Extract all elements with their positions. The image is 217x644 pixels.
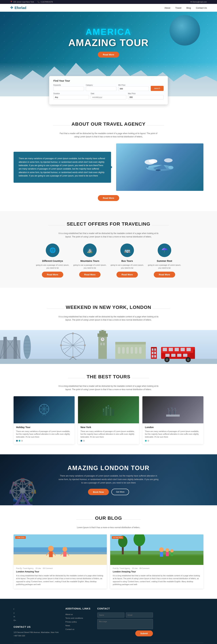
date-input[interactable] xyxy=(91,95,126,100)
book-now-button[interactable]: Book Now xyxy=(88,489,109,495)
footer-link-contact[interactable]: Contact us xyxy=(65,628,91,631)
svg-rect-67 xyxy=(175,348,179,351)
contact-message-input[interactable] xyxy=(97,619,153,629)
hero-planet xyxy=(169,15,200,46)
blog-post-title-1: London Amazing Tour xyxy=(113,570,201,573)
svg-point-43 xyxy=(60,344,62,346)
svg-rect-62 xyxy=(154,355,156,358)
get-more-button[interactable]: Get More xyxy=(111,489,129,495)
footer-social: f y in G+ xyxy=(14,607,59,622)
social-linkedin[interactable]: in xyxy=(14,615,57,618)
svg-point-119 xyxy=(63,547,67,552)
offer-desc-2: going to use a passage of Lorem ipsum, y… xyxy=(110,264,144,270)
footer-link-news[interactable]: News xyxy=(65,624,91,628)
tour-london-svg xyxy=(166,403,180,416)
nav-contact[interactable]: Contact Us xyxy=(196,6,207,9)
tour-dots-2 xyxy=(145,440,201,442)
svg-point-132 xyxy=(165,548,169,552)
offer-title-0: Different Countrys xyxy=(36,260,70,262)
offer-btn-1[interactable]: Read More xyxy=(79,272,101,278)
min-price-field: Min Price xyxy=(118,84,149,91)
footer-link-terms[interactable]: Terms and conditions xyxy=(65,616,91,620)
blog-beach-svg xyxy=(14,534,107,565)
search-box: Find Your Tour Keywords Category Min Pri… xyxy=(49,76,168,104)
weekend-title-line: WEEKEND IN NEW YORK, LONDON xyxy=(14,305,203,312)
offer-btn-2[interactable]: Read More xyxy=(116,272,138,278)
london-banner: AMAZING LONDON TOUR There are many varia… xyxy=(0,454,217,505)
min-price-input[interactable] xyxy=(118,86,149,91)
social-facebook[interactable]: f xyxy=(14,607,57,611)
blog-post-desc-1: It is a long established fact that a rea… xyxy=(113,574,201,586)
offer-btn-0[interactable]: Read More xyxy=(42,272,63,278)
footer-form-title: CONTACT xyxy=(97,607,153,610)
top-bar-left: 📍 185 street road New York 📞 +1167895437… xyxy=(10,1,53,3)
skyline-svg xyxy=(0,330,217,364)
svg-line-105 xyxy=(174,408,175,410)
offer-desc-3: going to use a passage of Lorem ipsum, y… xyxy=(147,264,181,270)
offer-btn-3[interactable]: Read More xyxy=(154,272,175,278)
offer-card-1: ⛰️ Mountains Tours going to use a passag… xyxy=(73,244,107,278)
offers-section: SELECT OFFERS FOR TRAVELING It is a long… xyxy=(0,211,217,288)
max-price-input[interactable] xyxy=(128,95,164,100)
nav-blog[interactable]: Blog xyxy=(186,6,191,9)
blog-image-1: 10 Feb 2019 xyxy=(110,534,203,565)
social-twitter[interactable]: y xyxy=(14,611,57,615)
blog-field-svg xyxy=(110,534,203,565)
footer-col-form: CONTACT Submit xyxy=(97,607,153,638)
keywords-input[interactable] xyxy=(53,86,84,91)
svg-rect-133 xyxy=(166,552,169,556)
max-price-field: Max Price xyxy=(128,93,164,100)
search-row-1: Keywords Category Min Price search xyxy=(53,84,164,91)
blog-info-1: Post By: Travel Agency 20 Like 0B Commen… xyxy=(110,565,203,589)
nav-travel[interactable]: Travel xyxy=(175,6,181,9)
offer-title-2: Bus Tours xyxy=(110,260,144,262)
london-banner-desc: There are many variations of passages of… xyxy=(58,474,159,484)
social-google[interactable]: G+ xyxy=(14,618,57,622)
nav-about[interactable]: About xyxy=(164,6,170,9)
about-title: ABOUT OUR TRAVEL AGENCY xyxy=(72,122,145,127)
svg-rect-57 xyxy=(152,348,153,351)
tours-title-line: THE BEST TOURS xyxy=(14,374,203,382)
tour-desc-2: There are many variations of passages of… xyxy=(145,430,201,438)
svg-rect-12 xyxy=(4,337,7,359)
svg-rect-51 xyxy=(126,347,129,354)
search-button[interactable]: search xyxy=(151,86,164,91)
logo-icon: ✈ xyxy=(10,6,13,10)
blog-date-1: 10 Feb 2019 xyxy=(112,536,123,539)
keywords-label: Keywords xyxy=(53,84,84,86)
tour-dots-1 xyxy=(81,440,136,442)
svg-rect-116 xyxy=(49,551,53,557)
tours-grid: Holiday Tour There are many variations o… xyxy=(14,396,203,444)
footer-link-privacy[interactable]: Privacy policy xyxy=(65,620,91,624)
category-input[interactable] xyxy=(86,86,116,91)
footer-link-about[interactable]: About us xyxy=(65,612,91,616)
svg-rect-114 xyxy=(14,547,107,554)
phone: 📞 +11678954378 xyxy=(38,1,53,3)
contact-name-input[interactable] xyxy=(97,612,124,618)
svg-rect-69 xyxy=(186,348,191,351)
footer-phone: +487 564 320 xyxy=(14,634,59,638)
weekend-section: WEEKEND IN NEW YORK, LONDON It is a long… xyxy=(0,288,217,364)
about-read-more-button[interactable]: Read More xyxy=(98,195,119,201)
hero-cta-button[interactable]: Read More xyxy=(98,52,119,58)
date-field: Date xyxy=(91,93,126,100)
blog-title-line: OUR BLOG xyxy=(14,516,203,524)
duration-input[interactable] xyxy=(53,95,89,100)
blog-info-0: Post By: Travel Agency 20 Like 0B Commen… xyxy=(14,565,107,589)
duration-field: Duration xyxy=(53,93,89,100)
svg-line-102 xyxy=(171,407,172,409)
blog-post-title-0: London Amazing Tour xyxy=(16,570,104,573)
contact-email-input[interactable] xyxy=(126,612,153,618)
offer-title-1: Mountains Tours xyxy=(73,260,107,262)
blog-meta-1: Post By: Travel Agency 20 Like 0B Commen… xyxy=(113,568,201,569)
svg-rect-120 xyxy=(63,552,67,556)
dot-0 xyxy=(16,440,18,442)
tours-title: THE BEST TOURS xyxy=(87,374,130,380)
hero-title2: AMAZING TOUR xyxy=(68,37,149,48)
submit-button[interactable]: Submit xyxy=(135,630,153,636)
about-section: ABOUT OUR TRAVEL AGENCY Fact that a read… xyxy=(0,111,217,211)
blog-date-0: 4 Feb 2019 xyxy=(15,536,26,539)
tour-info-0: Holiday Tour There are many variations o… xyxy=(14,423,75,444)
svg-point-108 xyxy=(170,412,171,413)
date-label: Date xyxy=(91,93,126,94)
